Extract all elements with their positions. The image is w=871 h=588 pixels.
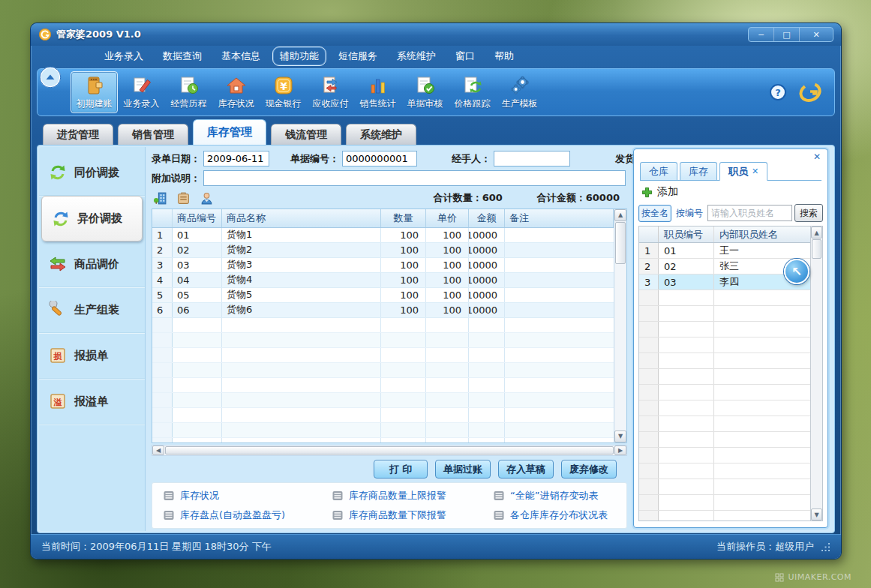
loss-report-icon: 损 <box>49 346 67 364</box>
toolbar-item-cash-bank[interactable]: ¥ 现金银行 <box>260 71 307 113</box>
link-warehouse-distribution[interactable]: 各仓库库存分布状况表 <box>493 508 623 522</box>
scroll-thumb[interactable] <box>165 446 614 454</box>
staff-row[interactable]: 1 01 王一 <box>639 243 810 259</box>
doc-audit-icon <box>415 75 436 96</box>
menu-item-basic-info[interactable]: 基本信息 <box>214 46 268 66</box>
handler-input[interactable] <box>494 151 570 166</box>
menu-item-sms-service[interactable]: 短信服务 <box>331 46 385 66</box>
panel-tab-close-icon[interactable]: ✕ <box>752 166 758 176</box>
sidebar-item-assembly[interactable]: 生产组装 <box>39 287 145 333</box>
status-current-operator: 当前操作员：超级用户 <box>716 540 814 554</box>
maximize-button[interactable]: □ <box>774 28 800 41</box>
note-input[interactable] <box>203 170 626 186</box>
table-row: 3 03 货物3 100 100 10000 <box>152 258 614 273</box>
menu-bar: 业务录入 数据查询 基本信息 辅助功能 短信服务 系统维护 窗口 帮助 <box>31 46 841 67</box>
collapse-toolbar-button[interactable] <box>39 66 62 88</box>
toolbar-item-price-tracking[interactable]: 价格跟踪 <box>449 71 496 113</box>
staff-picker-icon[interactable] <box>200 191 214 206</box>
sidebar-item-price-adjust[interactable]: 商品调价 <box>39 242 145 287</box>
price-adjust-icon <box>49 255 67 273</box>
toolbar-item-business-entry[interactable]: 业务录入 <box>118 71 165 113</box>
filter-by-code[interactable]: 按编号 <box>674 206 705 221</box>
scroll-thumb[interactable] <box>812 239 821 259</box>
vertical-scrollbar[interactable]: ▲ ▼ <box>614 209 626 442</box>
toolbar-item-production-template[interactable]: 生产模板 <box>496 71 543 113</box>
empty-row <box>639 338 810 353</box>
scroll-down-icon[interactable]: ▼ <box>811 508 822 520</box>
table-row: 4 04 货物4 100 100 10000 <box>152 273 614 288</box>
panel-tab-warehouse[interactable]: 仓库 <box>640 162 677 180</box>
search-button[interactable]: 搜索 <box>794 204 823 222</box>
menu-item-system-maintenance[interactable]: 系统维护 <box>389 46 443 66</box>
watermark: UIMAKER.COM <box>775 572 851 582</box>
col-header-note: 备注 <box>505 209 614 227</box>
toolbar-item-sales-statistics[interactable]: 销售统计 <box>354 71 401 113</box>
save-draft-button[interactable]: 存入草稿 <box>498 460 554 478</box>
link-lower-limit-alert[interactable]: 库存商品数量下限报警 <box>332 508 493 522</box>
sidebar-item-same-price-transfer[interactable]: 同价调拨 <box>39 150 145 196</box>
discard-changes-button[interactable]: 废弃修改 <box>561 460 617 478</box>
warehouse-picker-icon[interactable] <box>153 191 167 206</box>
link-stock-check[interactable]: 库存盘点(自动盘盈盘亏) <box>163 508 332 522</box>
toolbar-item-inventory-status[interactable]: 库存状况 <box>212 71 260 113</box>
close-button[interactable]: ✕ <box>800 28 833 41</box>
toolbar: 初期建账 业务录入 经营历程 库存状况 ¥ 现金银行 <box>37 68 835 116</box>
toolbar-item-operation-history[interactable]: 经营历程 <box>165 71 212 113</box>
menu-item-business-entry[interactable]: 业务录入 <box>97 46 151 66</box>
post-document-button[interactable]: 单据过账 <box>435 460 491 478</box>
scroll-thumb[interactable] <box>615 222 626 264</box>
menu-item-help[interactable]: 帮助 <box>487 46 521 66</box>
table-row: 5 05 货物5 100 100 10000 <box>152 288 614 303</box>
date-label: 录单日期： <box>152 152 200 166</box>
link-upper-limit-alert[interactable]: 库存商品数量上限报警 <box>332 489 493 502</box>
add-staff-button[interactable]: 添加 <box>641 185 678 199</box>
minimize-button[interactable]: ─ <box>749 28 774 41</box>
tab-system-maintenance[interactable]: 系统维护 <box>346 124 416 145</box>
empty-row <box>639 464 810 479</box>
panel-vertical-scrollbar[interactable]: ▲ ▼ <box>810 226 822 520</box>
filter-by-fullname[interactable]: 按全名 <box>638 205 671 222</box>
sidebar-item-diff-price-transfer[interactable]: 异价调拨 <box>41 196 143 242</box>
empty-row <box>152 378 614 393</box>
help-icon[interactable]: ? <box>770 84 786 100</box>
sidebar-item-loss-report[interactable]: 损 报损单 <box>39 333 145 379</box>
menu-item-auxiliary[interactable]: 辅助功能 <box>272 46 326 66</box>
app-logo-icon <box>38 28 52 41</box>
tab-purchase-mgmt[interactable]: 进货管理 <box>43 124 113 145</box>
menu-item-data-query[interactable]: 数据查询 <box>155 46 209 66</box>
link-almighty-change-table[interactable]: “全能”进销存变动表 <box>493 489 623 502</box>
toolbar-item-label: 生产模板 <box>502 98 538 110</box>
panel-tab-inventory[interactable]: 库存 <box>680 162 717 180</box>
resize-grip[interactable] <box>821 543 830 552</box>
toolbar-item-doc-audit[interactable]: 单据审核 <box>401 71 449 113</box>
content-area: 同价调拨 异价调拨 商品调价 生产组装 <box>37 145 835 533</box>
sales-statistics-icon <box>368 75 389 96</box>
horizontal-scrollbar[interactable]: ◀ ▶ <box>152 445 627 456</box>
scroll-right-icon[interactable]: ▶ <box>614 446 626 455</box>
sidebar-item-overflow-report[interactable]: 溢 报溢单 <box>39 379 145 424</box>
toolbar-item-label: 现金银行 <box>266 98 302 110</box>
tab-sales-mgmt[interactable]: 销售管理 <box>118 124 188 145</box>
scroll-left-icon[interactable]: ◀ <box>152 446 164 455</box>
overflow-report-icon: 溢 <box>49 392 67 410</box>
toolbar-item-initial-setup[interactable]: 初期建账 <box>71 71 118 113</box>
tab-inventory-mgmt[interactable]: 库存管理 <box>193 119 266 145</box>
staff-search-input[interactable] <box>707 205 792 221</box>
panel-tab-staff[interactable]: 职员 ✕ <box>719 162 767 181</box>
scroll-down-icon[interactable]: ▼ <box>614 430 626 442</box>
print-button[interactable]: 打 印 <box>374 460 428 478</box>
menu-item-window[interactable]: 窗口 <box>448 46 482 66</box>
link-inventory-status[interactable]: 库存状况 <box>163 489 332 502</box>
toolbar-item-receivable-payable[interactable]: 应收应付 <box>307 71 354 113</box>
scroll-up-icon[interactable]: ▲ <box>614 209 626 221</box>
goods-picker-icon[interactable] <box>176 191 191 206</box>
scroll-up-icon[interactable]: ▲ <box>811 226 822 238</box>
tab-cashflow-mgmt[interactable]: 钱流管理 <box>271 124 341 145</box>
panel-close-icon[interactable]: ✕ <box>813 152 821 162</box>
date-input[interactable] <box>203 151 269 166</box>
col-header-name: 商品名称 <box>222 209 381 227</box>
status-right: 当前操作员：超级用户 <box>716 540 830 554</box>
toolbar-item-label: 业务录入 <box>124 98 160 110</box>
note-label: 附加说明： <box>152 172 200 185</box>
doc-no-input[interactable] <box>342 151 417 166</box>
